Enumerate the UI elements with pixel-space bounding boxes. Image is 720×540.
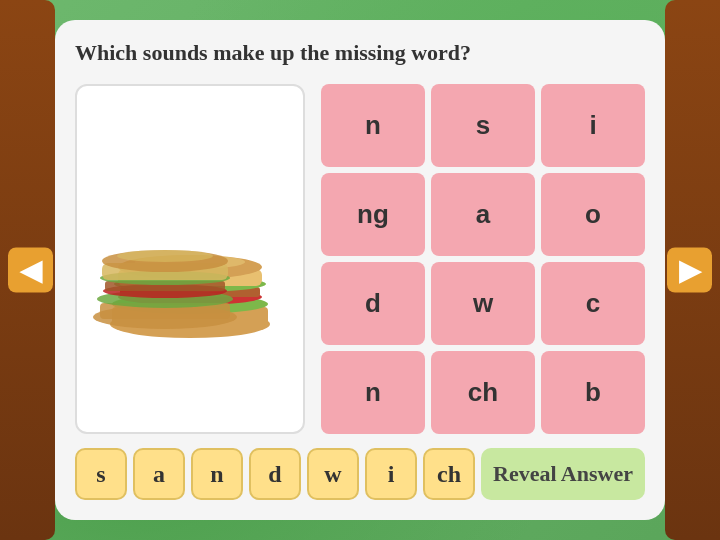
right-arrow-icon: ▶ (679, 254, 701, 287)
answer-letter-a: a (133, 448, 185, 500)
question-text: Which sounds make up the missing word? (75, 40, 645, 66)
answer-row: s a n d w i ch Reveal Answer (75, 448, 645, 500)
answer-letter-s: s (75, 448, 127, 500)
svg-point-17 (117, 250, 213, 262)
sound-cell-ng[interactable]: ng (321, 173, 425, 256)
sound-grid: n s i ng a o d w c n ch b (321, 84, 645, 434)
main-content-area: n s i ng a o d w c n ch b (75, 84, 645, 434)
sound-cell-c[interactable]: c (541, 262, 645, 345)
sound-cell-w[interactable]: w (431, 262, 535, 345)
nav-left-button[interactable]: ◀ (8, 248, 53, 293)
sound-cell-n1[interactable]: n (321, 84, 425, 167)
answer-letter-n: n (191, 448, 243, 500)
answer-letter-w: w (307, 448, 359, 500)
sound-cell-d[interactable]: d (321, 262, 425, 345)
answer-letter-ch: ch (423, 448, 475, 500)
sound-cell-b[interactable]: b (541, 351, 645, 434)
sound-cell-a[interactable]: a (431, 173, 535, 256)
image-area (75, 84, 305, 434)
sound-cell-ch[interactable]: ch (431, 351, 535, 434)
sound-cell-s[interactable]: s (431, 84, 535, 167)
sound-cell-o[interactable]: o (541, 173, 645, 256)
sandwich-image (90, 169, 290, 349)
answer-letter-i: i (365, 448, 417, 500)
nav-right-button[interactable]: ▶ (667, 248, 712, 293)
answer-letter-d: d (249, 448, 301, 500)
reveal-answer-button[interactable]: Reveal Answer (481, 448, 645, 500)
left-arrow-icon: ◀ (20, 254, 42, 287)
sound-cell-n2[interactable]: n (321, 351, 425, 434)
sound-cell-i[interactable]: i (541, 84, 645, 167)
main-card: Which sounds make up the missing word? (55, 20, 665, 520)
